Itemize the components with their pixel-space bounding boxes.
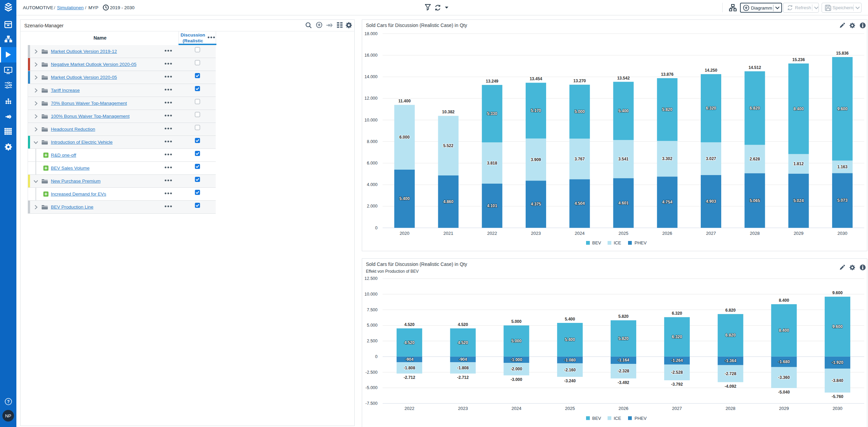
svg-text:-5.760: -5.760: [832, 394, 843, 399]
svg-text:8.400: 8.400: [794, 106, 804, 111]
svg-text:4.520: 4.520: [404, 322, 414, 327]
svg-text:-2.712: -2.712: [457, 375, 469, 380]
svg-text:-5.040: -5.040: [778, 390, 790, 395]
svg-text:4.000: 4.000: [367, 182, 378, 187]
svg-text:Effekt von Production of BEV: Effekt von Production of BEV: [366, 269, 419, 274]
svg-text:13.270: 13.270: [573, 79, 586, 83]
svg-text:2025: 2025: [565, 406, 575, 411]
svg-text:3.767: 3.767: [574, 157, 585, 161]
svg-text:PHEV: PHEV: [635, 416, 647, 421]
svg-text:5.000: 5.000: [574, 109, 585, 114]
svg-text:12.500: 12.500: [365, 276, 378, 281]
svg-text:4.520: 4.520: [458, 322, 468, 327]
svg-text:2027: 2027: [672, 406, 682, 411]
svg-text:-1.164: -1.164: [617, 358, 629, 362]
svg-text:5.170: 5.170: [531, 108, 541, 113]
svg-text:2030: 2030: [837, 231, 847, 236]
svg-text:14.000: 14.000: [365, 74, 378, 79]
svg-text:2.000: 2.000: [367, 204, 378, 209]
svg-text:2029: 2029: [779, 406, 789, 411]
svg-text:3.909: 3.909: [531, 157, 541, 162]
svg-text:-3.000: -3.000: [511, 377, 522, 382]
svg-text:5.820: 5.820: [618, 314, 628, 319]
svg-text:4.504: 4.504: [574, 201, 585, 206]
svg-text:2026: 2026: [662, 231, 672, 236]
svg-text:2.500: 2.500: [367, 339, 378, 343]
svg-text:3.818: 3.818: [487, 161, 497, 166]
svg-text:13.454: 13.454: [530, 76, 542, 81]
svg-text:6.820: 6.820: [725, 333, 736, 338]
svg-text:13.249: 13.249: [486, 79, 498, 84]
svg-text:5.000: 5.000: [511, 319, 522, 324]
svg-text:2030: 2030: [833, 406, 842, 411]
svg-text:-904: -904: [405, 357, 413, 362]
svg-text:2022: 2022: [487, 231, 497, 236]
svg-text:5.000: 5.000: [367, 323, 378, 328]
svg-text:5.400: 5.400: [565, 317, 575, 322]
svg-text:1.163: 1.163: [837, 165, 848, 169]
svg-text:-1.808: -1.808: [457, 366, 469, 370]
svg-text:2029: 2029: [794, 231, 803, 236]
svg-text:-2.728: -2.728: [725, 371, 736, 376]
svg-text:5.400: 5.400: [565, 337, 575, 342]
svg-text:15.236: 15.236: [792, 57, 805, 62]
svg-text:ICE: ICE: [614, 416, 621, 421]
svg-text:5.400: 5.400: [618, 109, 628, 113]
svg-text:-2.528: -2.528: [671, 370, 683, 375]
svg-text:4.860: 4.860: [443, 199, 453, 204]
svg-text:ICE: ICE: [614, 240, 621, 245]
svg-text:2028: 2028: [726, 406, 736, 411]
svg-text:Sold Cars für Discussion (Real: Sold Cars für Discussion (Realistic Case…: [366, 23, 467, 28]
svg-text:PHEV: PHEV: [635, 240, 647, 245]
svg-text:9.600: 9.600: [837, 106, 848, 111]
svg-text:3.027: 3.027: [706, 156, 716, 161]
svg-text:8.400: 8.400: [779, 298, 789, 303]
svg-text:2021: 2021: [443, 231, 453, 236]
svg-text:BEV: BEV: [592, 416, 601, 421]
svg-text:7.500: 7.500: [367, 308, 378, 312]
svg-text:-2.712: -2.712: [403, 375, 415, 380]
svg-text:6.320: 6.320: [672, 335, 682, 339]
svg-text:-7.500: -7.500: [366, 401, 378, 406]
svg-text:0: 0: [375, 226, 378, 230]
svg-text:-3.240: -3.240: [564, 379, 576, 383]
svg-text:5.073: 5.073: [837, 198, 848, 203]
svg-text:3.541: 3.541: [618, 157, 628, 161]
svg-text:5.820: 5.820: [662, 107, 672, 112]
svg-text:?: ?: [7, 399, 9, 404]
svg-text:-3.492: -3.492: [617, 380, 629, 385]
svg-text:-3.840: -3.840: [832, 378, 843, 383]
svg-text:6.320: 6.320: [706, 106, 716, 111]
svg-text:2023: 2023: [458, 406, 468, 411]
svg-text:5.024: 5.024: [794, 198, 804, 203]
svg-text:4.903: 4.903: [706, 199, 716, 204]
svg-text:-1.920: -1.920: [832, 360, 843, 365]
svg-text:2026: 2026: [618, 406, 628, 411]
svg-text:4.101: 4.101: [487, 203, 497, 208]
svg-text:-2.000: -2.000: [511, 367, 522, 371]
svg-text:2028: 2028: [750, 231, 760, 236]
svg-text:3.302: 3.302: [662, 156, 672, 161]
svg-text:14.512: 14.512: [749, 65, 761, 70]
svg-text:2025: 2025: [618, 231, 628, 236]
svg-text:16.000: 16.000: [365, 53, 378, 58]
svg-text:-1.080: -1.080: [564, 358, 576, 362]
svg-text:5.065: 5.065: [750, 198, 760, 203]
svg-text:15.836: 15.836: [836, 51, 849, 56]
svg-text:4.375: 4.375: [531, 202, 541, 207]
svg-text:-3.360: -3.360: [778, 375, 790, 380]
svg-text:Sold Cars für Discussion (Real: Sold Cars für Discussion (Realistic Case…: [366, 261, 467, 267]
svg-text:-4.092: -4.092: [725, 384, 736, 389]
svg-text:2022: 2022: [404, 406, 414, 411]
svg-text:-2.500: -2.500: [366, 370, 378, 375]
svg-text:5.330: 5.330: [487, 111, 497, 116]
svg-text:12.000: 12.000: [365, 96, 378, 101]
svg-text:8.000: 8.000: [367, 139, 378, 144]
svg-text:5.820: 5.820: [618, 336, 628, 341]
svg-text:18.000: 18.000: [365, 31, 378, 36]
svg-text:2024: 2024: [511, 406, 521, 411]
svg-text:11.400: 11.400: [398, 99, 411, 103]
svg-text:13.542: 13.542: [617, 76, 630, 81]
svg-text:14.250: 14.250: [705, 68, 717, 73]
svg-text:6.000: 6.000: [399, 135, 410, 140]
